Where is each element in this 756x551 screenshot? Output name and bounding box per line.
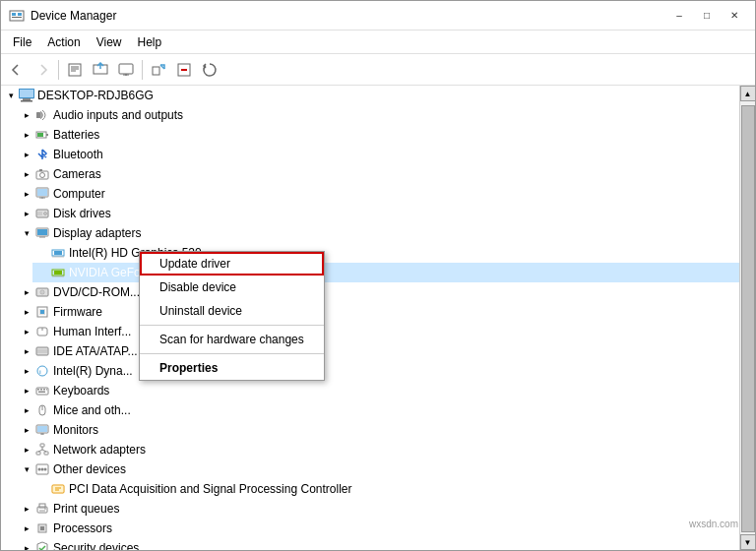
context-menu: Update driver Disable device Uninstall d…: [139, 251, 325, 381]
maximize-button[interactable]: □: [694, 6, 720, 26]
svg-rect-64: [37, 426, 47, 432]
display-expand[interactable]: ▾: [19, 225, 34, 241]
audio-icon: [34, 107, 50, 123]
intel-dyn-icon: i: [34, 363, 50, 379]
ide-expand[interactable]: ▸: [19, 343, 34, 359]
remove-button[interactable]: [172, 58, 196, 82]
add-button[interactable]: [147, 58, 170, 82]
audio-expand[interactable]: ▸: [19, 107, 34, 123]
tree-item-security[interactable]: ▸ Security devices: [17, 538, 739, 550]
menu-file[interactable]: File: [5, 33, 39, 51]
forward-button[interactable]: [31, 58, 54, 82]
disk-expand[interactable]: ▸: [19, 206, 34, 221]
tree-item-ide[interactable]: ▸ IDE ATA/ATAP...: [17, 341, 739, 361]
tree-item-print[interactable]: ▸ Print queues: [17, 499, 739, 519]
context-uninstall-device[interactable]: Uninstall device: [140, 299, 324, 323]
tree-item-mice[interactable]: ▸ Mice and oth...: [17, 400, 739, 420]
tree-pane[interactable]: ▾ DESKTOP-RDJB6GG ▸: [1, 86, 739, 550]
tree-item-disk[interactable]: ▸ Disk drives: [17, 204, 739, 223]
mice-expand[interactable]: ▸: [19, 402, 34, 418]
minimize-button[interactable]: –: [666, 6, 692, 26]
ide-icon: [34, 343, 50, 359]
hid-icon: [34, 324, 50, 339]
monitor-icon: [34, 422, 50, 438]
context-update-driver[interactable]: Update driver: [140, 252, 324, 276]
other-expand[interactable]: ▾: [19, 461, 34, 477]
tree-root[interactable]: ▾ DESKTOP-RDJB6GG: [1, 86, 739, 105]
mice-label: Mice and oth...: [53, 403, 131, 417]
menu-action[interactable]: Action: [39, 33, 88, 51]
svg-rect-59: [46, 389, 47, 391]
tree-item-batteries[interactable]: ▸ Batteries: [17, 125, 739, 145]
toolbar: [1, 54, 755, 86]
firmware-expand[interactable]: ▸: [19, 304, 34, 320]
tree-item-dvd[interactable]: ▸ DVD/CD-ROM...: [17, 282, 739, 302]
monitors-expand[interactable]: ▸: [19, 422, 34, 438]
keyboards-expand[interactable]: ▸: [19, 383, 34, 398]
context-scan-hardware[interactable]: Scan for hardware changes: [140, 328, 324, 351]
processor-icon: [34, 520, 50, 536]
security-expand[interactable]: ▸: [19, 540, 34, 550]
scroll-down-button[interactable]: ▼: [740, 534, 756, 550]
print-expand[interactable]: ▸: [19, 501, 34, 517]
title-bar-icon: [9, 8, 25, 24]
tree-item-bluetooth[interactable]: ▸ Bluetooth: [17, 145, 739, 164]
pci-icon: [50, 481, 66, 497]
properties-button[interactable]: [63, 58, 87, 82]
close-button[interactable]: ✕: [722, 6, 747, 26]
uninstall-device-label: Uninstall device: [159, 304, 242, 318]
bluetooth-expand[interactable]: ▸: [19, 147, 34, 162]
tree-item-keyboards[interactable]: ▸ Keyboards: [17, 381, 739, 400]
tree-item-computer[interactable]: ▸ Computer: [17, 184, 739, 204]
security-icon: [34, 540, 50, 550]
batteries-expand[interactable]: ▸: [19, 127, 34, 143]
cameras-expand[interactable]: ▸: [19, 166, 34, 182]
tree-item-other[interactable]: ▾ Other devices: [17, 459, 739, 479]
title-bar-controls: – □ ✕: [666, 6, 747, 26]
scroll-thumb[interactable]: [741, 105, 755, 532]
properties-label: Properties: [159, 361, 218, 375]
computer-expand[interactable]: ▸: [19, 186, 34, 202]
back-button[interactable]: [5, 58, 29, 82]
title-bar: Device Manager – □ ✕: [1, 1, 755, 31]
toolbar-separator-2: [142, 60, 143, 80]
network-icon: [34, 442, 50, 458]
dvd-label: DVD/CD-ROM...: [53, 285, 140, 299]
tree-item-processors[interactable]: ▸ Processors: [17, 519, 739, 538]
vertical-scrollbar[interactable]: ▲ ▼: [739, 86, 755, 550]
hid-expand[interactable]: ▸: [19, 324, 34, 339]
dvd-expand[interactable]: ▸: [19, 284, 34, 300]
title-bar-left: Device Manager: [9, 8, 116, 24]
menu-help[interactable]: Help: [130, 33, 170, 51]
computer-icon2: [34, 186, 50, 202]
scroll-up-button[interactable]: ▲: [740, 86, 756, 101]
processors-expand[interactable]: ▸: [19, 520, 34, 536]
tree-item-hid[interactable]: ▸ Human Interf...: [17, 322, 739, 341]
firmware-label: Firmware: [53, 305, 102, 319]
tree-item-cameras[interactable]: ▸ Cameras: [17, 164, 739, 184]
menu-view[interactable]: View: [89, 33, 130, 51]
tree-item-network[interactable]: ▸ Network adapters: [17, 440, 739, 459]
display-button[interactable]: [114, 58, 138, 82]
scan-button[interactable]: [198, 58, 221, 82]
root-expand[interactable]: ▾: [3, 88, 19, 103]
update-driver-button[interactable]: [89, 58, 112, 82]
tree-item-audio[interactable]: ▸ Audio inputs and outputs: [17, 105, 739, 125]
tree-item-firmware[interactable]: ▸ Firmware: [17, 302, 739, 322]
tree-item-pci[interactable]: ▸ PCI Data Acquisition and Signal Proces…: [32, 479, 739, 499]
svg-rect-33: [37, 212, 42, 215]
svg-point-76: [44, 468, 47, 471]
context-disable-device[interactable]: Disable device: [140, 276, 324, 299]
context-properties[interactable]: Properties: [140, 356, 324, 380]
display-label: Display adapters: [53, 226, 141, 240]
svg-rect-18: [23, 98, 31, 100]
other-icon: [34, 461, 50, 477]
tree-item-intel-dyn[interactable]: ▸ i Intel(R) Dyna...: [17, 361, 739, 381]
svg-rect-78: [53, 486, 63, 492]
tree-item-monitors[interactable]: ▸ Monitors: [17, 420, 739, 440]
intel-dyn-expand[interactable]: ▸: [19, 363, 34, 379]
svg-rect-2: [18, 13, 22, 16]
network-expand[interactable]: ▸: [19, 442, 34, 458]
content-area: ▾ DESKTOP-RDJB6GG ▸: [1, 86, 755, 550]
tree-item-display[interactable]: ▾ Display adapters: [17, 223, 739, 243]
